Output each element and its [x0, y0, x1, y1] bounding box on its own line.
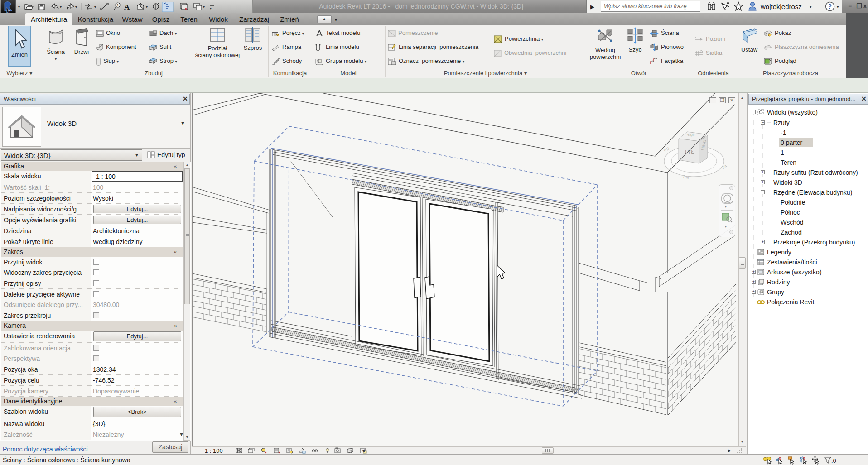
svg-text:▾: ▾ [210, 6, 212, 10]
svg-text:?: ? [828, 3, 832, 10]
svg-text:▾: ▾ [810, 5, 812, 9]
svg-text:wojtekjedrosz: wojtekjedrosz [760, 3, 802, 10]
svg-text:▾: ▾ [94, 5, 96, 9]
svg-text:▾: ▾ [75, 5, 77, 9]
svg-text:▾: ▾ [146, 5, 148, 9]
svg-text:▾: ▾ [203, 5, 205, 9]
svg-text:A: A [124, 3, 130, 11]
svg-text:PN: PN [683, 174, 689, 180]
svg-text:x: x [185, 6, 187, 11]
svg-text:▾: ▾ [837, 5, 839, 9]
svg-text::0: :0 [831, 457, 836, 464]
svg-text:▾: ▾ [60, 5, 62, 9]
svg-text:góra: góra [687, 133, 694, 137]
svg-text:1: 1 [117, 4, 119, 7]
